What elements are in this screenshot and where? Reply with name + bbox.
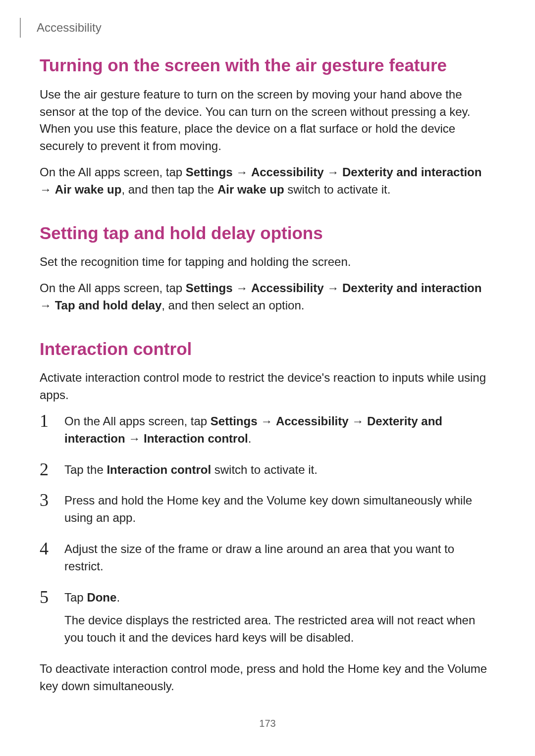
step-number: 1 bbox=[40, 408, 49, 434]
section-title-air-gesture: Turning on the screen with the air gestu… bbox=[40, 54, 495, 76]
path-accessibility: Accessibility bbox=[251, 165, 324, 179]
text-fragment: On the All apps screen, tap bbox=[64, 414, 211, 428]
text-fragment: switch to activate it. bbox=[284, 183, 391, 196]
section2-para1: Set the recognition time for tapping and… bbox=[40, 253, 495, 271]
switch-interaction-control: Interaction control bbox=[107, 463, 211, 476]
header-divider bbox=[20, 18, 21, 38]
section3-closing: To deactivate interaction control mode, … bbox=[40, 660, 495, 695]
section-title-interaction-control: Interaction control bbox=[40, 338, 495, 360]
step-note: The device displays the restricted area.… bbox=[64, 612, 495, 647]
steps-list: 1 On the All apps screen, tap Settings →… bbox=[40, 413, 495, 647]
arrow-icon: → bbox=[40, 183, 55, 196]
section-title-tap-hold: Setting tap and hold delay options bbox=[40, 222, 495, 244]
step-number: 2 bbox=[40, 456, 49, 482]
step-1: 1 On the All apps screen, tap Settings →… bbox=[40, 413, 495, 448]
text-fragment: Tap the bbox=[64, 463, 107, 476]
path-dexterity: Dexterity and interaction bbox=[342, 165, 482, 179]
path-air-wake-up: Air wake up bbox=[55, 183, 122, 196]
path-interaction-control: Interaction control bbox=[144, 432, 248, 445]
page-content: Turning on the screen with the air gestu… bbox=[40, 0, 495, 695]
page-number: 173 bbox=[0, 718, 535, 729]
step-2: 2 Tap the Interaction control switch to … bbox=[40, 461, 495, 479]
step-number: 4 bbox=[40, 536, 49, 561]
text-fragment: switch to activate it. bbox=[211, 463, 318, 476]
step-number: 3 bbox=[40, 487, 49, 513]
step-4: 4 Adjust the size of the frame or draw a… bbox=[40, 541, 495, 575]
text-fragment: , and then select an option. bbox=[161, 299, 304, 312]
section3-para1: Activate interaction control mode to res… bbox=[40, 369, 495, 404]
text-fragment: , and then tap the bbox=[121, 183, 217, 196]
step-number: 5 bbox=[40, 584, 49, 610]
arrow-icon: → bbox=[125, 432, 144, 445]
arrow-icon: → bbox=[233, 165, 251, 179]
button-done-label: Done bbox=[87, 591, 116, 604]
section2-para2: On the All apps screen, tap Settings → A… bbox=[40, 280, 495, 314]
step-5: 5 Tap Done. The device displays the rest… bbox=[40, 589, 495, 647]
text-fragment: . bbox=[116, 591, 120, 604]
breadcrumb: Accessibility bbox=[37, 21, 102, 35]
section1-para2: On the All apps screen, tap Settings → A… bbox=[40, 164, 495, 199]
arrow-icon: → bbox=[349, 414, 367, 428]
arrow-icon: → bbox=[324, 281, 342, 295]
arrow-icon: → bbox=[233, 281, 251, 295]
step-text: Adjust the size of the frame or draw a l… bbox=[64, 541, 495, 575]
arrow-icon: → bbox=[258, 414, 276, 428]
text-fragment: . bbox=[248, 432, 252, 445]
text-fragment: Tap bbox=[64, 591, 87, 604]
step-3: 3 Press and hold the Home key and the Vo… bbox=[40, 492, 495, 527]
path-tap-hold-delay: Tap and hold delay bbox=[55, 299, 162, 312]
text-fragment: On the All apps screen, tap bbox=[40, 165, 186, 179]
arrow-icon: → bbox=[324, 165, 342, 179]
path-settings: Settings bbox=[186, 165, 233, 179]
section1-para1: Use the air gesture feature to turn on t… bbox=[40, 86, 495, 155]
path-settings: Settings bbox=[211, 414, 258, 428]
path-accessibility: Accessibility bbox=[276, 414, 349, 428]
path-accessibility: Accessibility bbox=[251, 281, 324, 295]
switch-air-wake-up: Air wake up bbox=[217, 183, 284, 196]
path-settings: Settings bbox=[186, 281, 233, 295]
page-header: Accessibility bbox=[20, 18, 102, 38]
arrow-icon: → bbox=[40, 299, 55, 312]
path-dexterity: Dexterity and interaction bbox=[342, 281, 482, 295]
text-fragment: On the All apps screen, tap bbox=[40, 281, 186, 295]
step-text: Press and hold the Home key and the Volu… bbox=[64, 492, 495, 527]
